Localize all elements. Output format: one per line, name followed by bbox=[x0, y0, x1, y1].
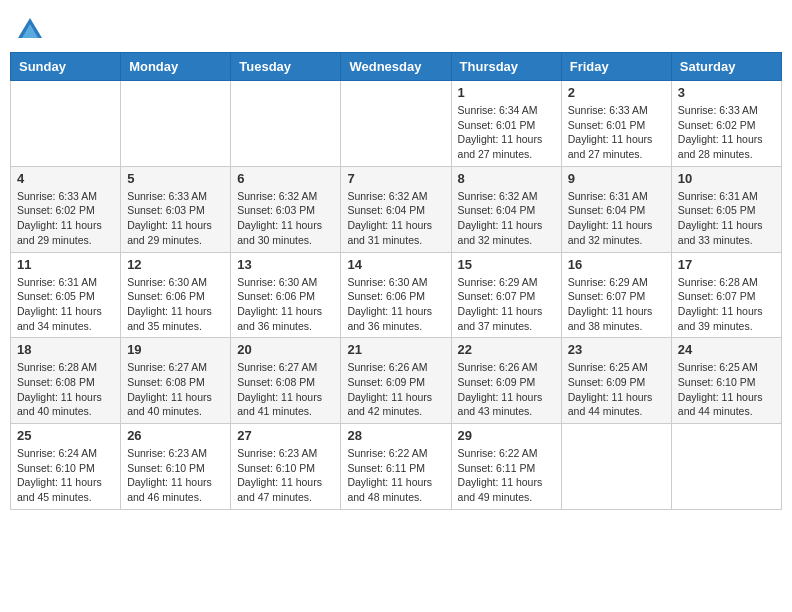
day-number: 15 bbox=[458, 257, 555, 272]
day-number: 9 bbox=[568, 171, 665, 186]
calendar-cell: 6Sunrise: 6:32 AMSunset: 6:03 PMDaylight… bbox=[231, 166, 341, 252]
day-info: Sunrise: 6:31 AMSunset: 6:05 PMDaylight:… bbox=[17, 275, 114, 334]
weekday-header-thursday: Thursday bbox=[451, 53, 561, 81]
day-info: Sunrise: 6:33 AMSunset: 6:01 PMDaylight:… bbox=[568, 103, 665, 162]
day-number: 10 bbox=[678, 171, 775, 186]
calendar-cell: 1Sunrise: 6:34 AMSunset: 6:01 PMDaylight… bbox=[451, 81, 561, 167]
calendar-cell: 4Sunrise: 6:33 AMSunset: 6:02 PMDaylight… bbox=[11, 166, 121, 252]
weekday-header-saturday: Saturday bbox=[671, 53, 781, 81]
day-number: 18 bbox=[17, 342, 114, 357]
calendar-cell: 10Sunrise: 6:31 AMSunset: 6:05 PMDayligh… bbox=[671, 166, 781, 252]
day-number: 6 bbox=[237, 171, 334, 186]
calendar-cell bbox=[561, 424, 671, 510]
calendar-cell: 20Sunrise: 6:27 AMSunset: 6:08 PMDayligh… bbox=[231, 338, 341, 424]
day-info: Sunrise: 6:30 AMSunset: 6:06 PMDaylight:… bbox=[347, 275, 444, 334]
day-number: 24 bbox=[678, 342, 775, 357]
day-info: Sunrise: 6:26 AMSunset: 6:09 PMDaylight:… bbox=[347, 360, 444, 419]
weekday-header-friday: Friday bbox=[561, 53, 671, 81]
day-info: Sunrise: 6:28 AMSunset: 6:07 PMDaylight:… bbox=[678, 275, 775, 334]
calendar-cell bbox=[671, 424, 781, 510]
day-number: 5 bbox=[127, 171, 224, 186]
day-info: Sunrise: 6:27 AMSunset: 6:08 PMDaylight:… bbox=[237, 360, 334, 419]
day-info: Sunrise: 6:29 AMSunset: 6:07 PMDaylight:… bbox=[458, 275, 555, 334]
calendar-cell: 11Sunrise: 6:31 AMSunset: 6:05 PMDayligh… bbox=[11, 252, 121, 338]
calendar-cell bbox=[121, 81, 231, 167]
day-number: 28 bbox=[347, 428, 444, 443]
calendar-cell: 24Sunrise: 6:25 AMSunset: 6:10 PMDayligh… bbox=[671, 338, 781, 424]
calendar-week-row: 11Sunrise: 6:31 AMSunset: 6:05 PMDayligh… bbox=[11, 252, 782, 338]
day-info: Sunrise: 6:23 AMSunset: 6:10 PMDaylight:… bbox=[127, 446, 224, 505]
day-number: 19 bbox=[127, 342, 224, 357]
day-number: 27 bbox=[237, 428, 334, 443]
day-info: Sunrise: 6:28 AMSunset: 6:08 PMDaylight:… bbox=[17, 360, 114, 419]
calendar-cell bbox=[11, 81, 121, 167]
calendar-cell: 21Sunrise: 6:26 AMSunset: 6:09 PMDayligh… bbox=[341, 338, 451, 424]
day-info: Sunrise: 6:32 AMSunset: 6:04 PMDaylight:… bbox=[458, 189, 555, 248]
calendar-cell: 29Sunrise: 6:22 AMSunset: 6:11 PMDayligh… bbox=[451, 424, 561, 510]
day-info: Sunrise: 6:25 AMSunset: 6:10 PMDaylight:… bbox=[678, 360, 775, 419]
day-info: Sunrise: 6:33 AMSunset: 6:02 PMDaylight:… bbox=[17, 189, 114, 248]
day-number: 13 bbox=[237, 257, 334, 272]
weekday-header-monday: Monday bbox=[121, 53, 231, 81]
calendar-cell: 7Sunrise: 6:32 AMSunset: 6:04 PMDaylight… bbox=[341, 166, 451, 252]
day-number: 2 bbox=[568, 85, 665, 100]
day-info: Sunrise: 6:33 AMSunset: 6:02 PMDaylight:… bbox=[678, 103, 775, 162]
calendar-week-row: 25Sunrise: 6:24 AMSunset: 6:10 PMDayligh… bbox=[11, 424, 782, 510]
calendar-cell: 9Sunrise: 6:31 AMSunset: 6:04 PMDaylight… bbox=[561, 166, 671, 252]
day-number: 8 bbox=[458, 171, 555, 186]
page-header bbox=[10, 10, 782, 44]
weekday-header-wednesday: Wednesday bbox=[341, 53, 451, 81]
day-number: 22 bbox=[458, 342, 555, 357]
calendar-cell: 27Sunrise: 6:23 AMSunset: 6:10 PMDayligh… bbox=[231, 424, 341, 510]
day-number: 11 bbox=[17, 257, 114, 272]
day-info: Sunrise: 6:23 AMSunset: 6:10 PMDaylight:… bbox=[237, 446, 334, 505]
calendar-cell bbox=[231, 81, 341, 167]
calendar-cell bbox=[341, 81, 451, 167]
weekday-header-tuesday: Tuesday bbox=[231, 53, 341, 81]
day-number: 1 bbox=[458, 85, 555, 100]
day-number: 20 bbox=[237, 342, 334, 357]
day-info: Sunrise: 6:22 AMSunset: 6:11 PMDaylight:… bbox=[347, 446, 444, 505]
calendar-cell: 23Sunrise: 6:25 AMSunset: 6:09 PMDayligh… bbox=[561, 338, 671, 424]
day-info: Sunrise: 6:30 AMSunset: 6:06 PMDaylight:… bbox=[237, 275, 334, 334]
day-info: Sunrise: 6:33 AMSunset: 6:03 PMDaylight:… bbox=[127, 189, 224, 248]
calendar-cell: 17Sunrise: 6:28 AMSunset: 6:07 PMDayligh… bbox=[671, 252, 781, 338]
logo-icon bbox=[16, 16, 44, 44]
calendar-week-row: 18Sunrise: 6:28 AMSunset: 6:08 PMDayligh… bbox=[11, 338, 782, 424]
day-number: 29 bbox=[458, 428, 555, 443]
day-info: Sunrise: 6:26 AMSunset: 6:09 PMDaylight:… bbox=[458, 360, 555, 419]
day-number: 17 bbox=[678, 257, 775, 272]
calendar-cell: 5Sunrise: 6:33 AMSunset: 6:03 PMDaylight… bbox=[121, 166, 231, 252]
calendar-cell: 12Sunrise: 6:30 AMSunset: 6:06 PMDayligh… bbox=[121, 252, 231, 338]
calendar-cell: 22Sunrise: 6:26 AMSunset: 6:09 PMDayligh… bbox=[451, 338, 561, 424]
calendar-week-row: 1Sunrise: 6:34 AMSunset: 6:01 PMDaylight… bbox=[11, 81, 782, 167]
day-info: Sunrise: 6:27 AMSunset: 6:08 PMDaylight:… bbox=[127, 360, 224, 419]
day-info: Sunrise: 6:32 AMSunset: 6:04 PMDaylight:… bbox=[347, 189, 444, 248]
calendar-cell: 14Sunrise: 6:30 AMSunset: 6:06 PMDayligh… bbox=[341, 252, 451, 338]
calendar-cell: 16Sunrise: 6:29 AMSunset: 6:07 PMDayligh… bbox=[561, 252, 671, 338]
day-number: 23 bbox=[568, 342, 665, 357]
day-info: Sunrise: 6:22 AMSunset: 6:11 PMDaylight:… bbox=[458, 446, 555, 505]
calendar-week-row: 4Sunrise: 6:33 AMSunset: 6:02 PMDaylight… bbox=[11, 166, 782, 252]
calendar-cell: 25Sunrise: 6:24 AMSunset: 6:10 PMDayligh… bbox=[11, 424, 121, 510]
logo bbox=[14, 16, 44, 44]
calendar-cell: 28Sunrise: 6:22 AMSunset: 6:11 PMDayligh… bbox=[341, 424, 451, 510]
calendar-cell: 8Sunrise: 6:32 AMSunset: 6:04 PMDaylight… bbox=[451, 166, 561, 252]
day-info: Sunrise: 6:30 AMSunset: 6:06 PMDaylight:… bbox=[127, 275, 224, 334]
day-number: 4 bbox=[17, 171, 114, 186]
day-info: Sunrise: 6:32 AMSunset: 6:03 PMDaylight:… bbox=[237, 189, 334, 248]
calendar-cell: 13Sunrise: 6:30 AMSunset: 6:06 PMDayligh… bbox=[231, 252, 341, 338]
day-number: 14 bbox=[347, 257, 444, 272]
calendar-cell: 3Sunrise: 6:33 AMSunset: 6:02 PMDaylight… bbox=[671, 81, 781, 167]
day-info: Sunrise: 6:25 AMSunset: 6:09 PMDaylight:… bbox=[568, 360, 665, 419]
weekday-header-row: SundayMondayTuesdayWednesdayThursdayFrid… bbox=[11, 53, 782, 81]
day-info: Sunrise: 6:34 AMSunset: 6:01 PMDaylight:… bbox=[458, 103, 555, 162]
day-number: 7 bbox=[347, 171, 444, 186]
day-info: Sunrise: 6:31 AMSunset: 6:05 PMDaylight:… bbox=[678, 189, 775, 248]
calendar-cell: 2Sunrise: 6:33 AMSunset: 6:01 PMDaylight… bbox=[561, 81, 671, 167]
day-number: 12 bbox=[127, 257, 224, 272]
day-info: Sunrise: 6:29 AMSunset: 6:07 PMDaylight:… bbox=[568, 275, 665, 334]
day-number: 26 bbox=[127, 428, 224, 443]
calendar-cell: 26Sunrise: 6:23 AMSunset: 6:10 PMDayligh… bbox=[121, 424, 231, 510]
calendar-cell: 15Sunrise: 6:29 AMSunset: 6:07 PMDayligh… bbox=[451, 252, 561, 338]
